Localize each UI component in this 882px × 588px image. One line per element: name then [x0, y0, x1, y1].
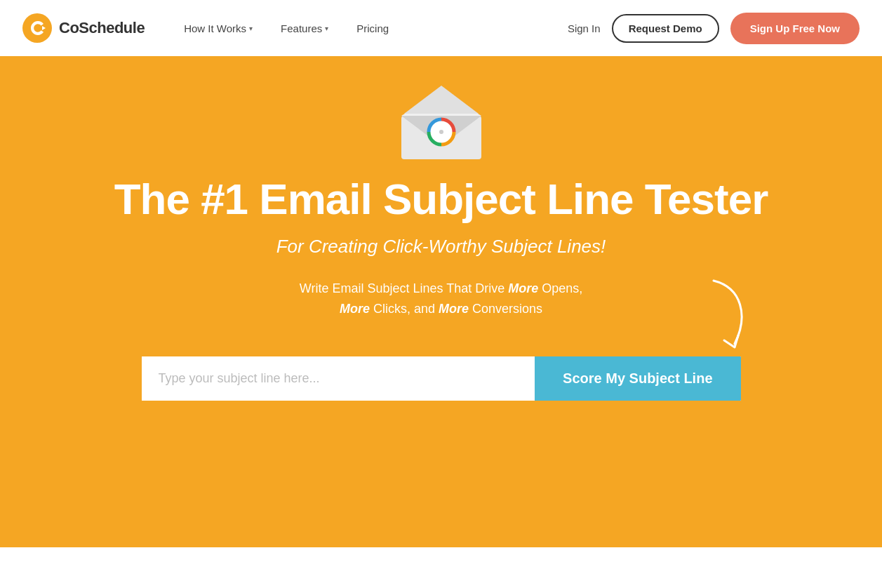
score-button[interactable]: Score My Subject Line: [535, 356, 740, 401]
nav-links: How It Works ▾ Features ▾ Pricing: [173, 17, 568, 40]
nav-how-it-works[interactable]: How It Works ▾: [173, 17, 264, 40]
nav-features[interactable]: Features ▾: [269, 17, 340, 40]
search-box: Score My Subject Line: [140, 354, 743, 403]
more-2: More: [340, 302, 370, 316]
hero-subtitle: For Creating Click-Worthy Subject Lines!: [14, 236, 868, 258]
search-container: Score My Subject Line: [14, 354, 868, 403]
request-demo-button[interactable]: Request Demo: [612, 14, 719, 43]
nav-pricing-label: Pricing: [356, 22, 389, 34]
description-line1: Write Email Subject Lines That Drive Mor…: [300, 281, 583, 295]
hero-title: The #1 Email Subject Line Tester: [14, 175, 868, 223]
navbar: CoSchedule How It Works ▾ Features ▾ Pri…: [0, 0, 882, 56]
signup-button[interactable]: Sign Up Free Now: [730, 13, 860, 44]
more-1: More: [508, 281, 538, 295]
email-icon-wrapper: [14, 84, 868, 161]
svg-point-0: [22, 13, 52, 43]
nav-right: Sign In Request Demo Sign Up Free Now: [568, 13, 860, 44]
envelope-icon: [396, 84, 487, 161]
subject-line-input[interactable]: [142, 356, 535, 401]
logo-text: CoSchedule: [59, 19, 145, 37]
chevron-down-icon: ▾: [249, 25, 253, 32]
nav-pricing[interactable]: Pricing: [345, 17, 400, 40]
sign-in-link[interactable]: Sign In: [568, 22, 601, 34]
logo-icon: [22, 13, 52, 43]
description-line2: More Clicks, and More Conversions: [340, 302, 542, 316]
svg-point-7: [439, 130, 443, 134]
chevron-down-icon: ▾: [325, 25, 328, 32]
svg-marker-4: [404, 86, 479, 114]
more-3: More: [439, 302, 469, 316]
arrow-decoration: [700, 274, 756, 361]
nav-features-label: Features: [281, 22, 322, 34]
nav-how-it-works-label: How It Works: [184, 22, 246, 34]
logo-link[interactable]: CoSchedule: [22, 13, 145, 43]
hero-section: The #1 Email Subject Line Tester For Cre…: [0, 56, 882, 547]
